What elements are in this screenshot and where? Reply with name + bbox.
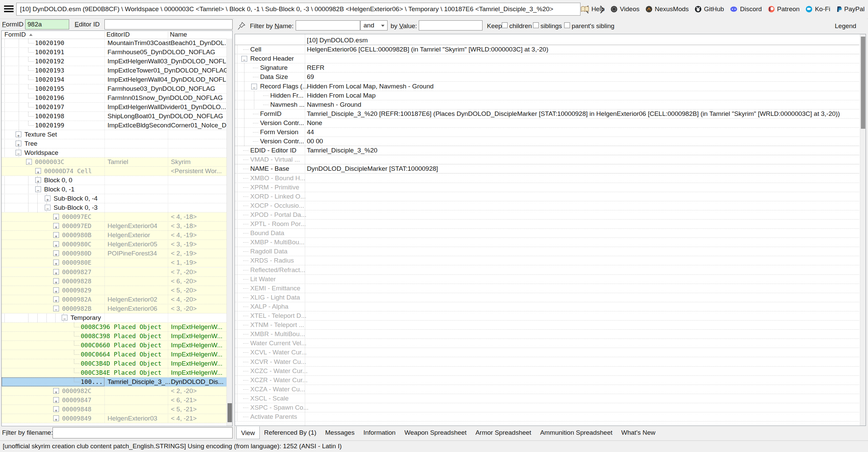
expander-plus-icon[interactable]: + <box>53 415 59 421</box>
children-checkbox[interactable] <box>502 22 508 28</box>
record-row[interactable]: XOCP - Occlusio... <box>235 201 859 210</box>
expander-minus-icon[interactable]: − <box>241 56 247 62</box>
link-nexusmods[interactable]: NexusMods <box>645 5 689 13</box>
record-row[interactable]: XSCL - Scale <box>235 394 859 403</box>
tree-row[interactable]: −Temporary <box>2 313 226 323</box>
tab-what-s-new[interactable]: What's New <box>617 426 660 439</box>
tree-row[interactable]: +00009847< 6, -21> <box>2 396 226 405</box>
record-row[interactable]: VMAD - Virtual ... <box>235 155 859 164</box>
tree-scrollbar-thumb[interactable] <box>228 403 232 422</box>
expander-plus-icon[interactable]: + <box>16 131 21 137</box>
expander-plus-icon[interactable]: + <box>35 177 41 183</box>
legend-button[interactable]: Legend <box>835 21 856 31</box>
record-row[interactable]: XPOD - Portal Da... <box>235 210 859 220</box>
tree-row[interactable]: +00000D74 Cell<Persistent Wor... <box>2 167 226 176</box>
link-discord[interactable]: Discord <box>730 5 762 13</box>
parents-sibling-checkbox[interactable] <box>564 22 570 28</box>
menu-icon[interactable] <box>4 5 14 14</box>
record-row[interactable]: −Record Header <box>235 54 859 63</box>
tab-weapon-spreadsheet[interactable]: Weapon Spreadsheet <box>400 426 471 439</box>
expander-plus-icon[interactable]: + <box>45 196 51 201</box>
record-row[interactable]: XCZC - Water Cur... <box>235 367 859 376</box>
expander-plus-icon[interactable]: + <box>53 260 59 265</box>
tree-row[interactable]: 0008C396 Placed ObjectImpExtHelgenW... <box>2 323 226 332</box>
record-row[interactable]: Water Current Vel... <box>235 339 859 348</box>
siblings-checkbox[interactable] <box>533 22 539 28</box>
expander-minus-icon[interactable]: − <box>251 84 257 89</box>
record-row[interactable]: XTEL - Teleport D... <box>235 311 859 321</box>
record-row[interactable]: XCVR - Water Cu... <box>235 357 859 367</box>
record-row[interactable]: Form Version44 <box>235 128 859 137</box>
tree-row[interactable]: +Block 0, 0 <box>2 176 226 185</box>
tab-messages[interactable]: Messages <box>321 426 359 439</box>
tab-ammunition-spreadsheet[interactable]: Ammunition Spreadsheet <box>536 426 617 439</box>
record-row[interactable]: Navmesh ...Navmesh - Ground <box>235 100 859 109</box>
tree-row[interactable]: +0000982C< 2, -20> <box>2 387 226 396</box>
tree-row[interactable]: 10020193ImpExtIceTower01_DynDOLOD_NOFLAG <box>2 66 226 75</box>
record-row[interactable]: XLIG - Light Data <box>235 293 859 302</box>
expander-plus-icon[interactable]: + <box>53 287 59 293</box>
link-kofi[interactable]: Ko-Fi <box>805 5 830 13</box>
record-row[interactable]: XORD - Linked O... <box>235 192 859 201</box>
record-row[interactable]: Hidden Fr...Hidden From Local Map <box>235 91 859 100</box>
record-row[interactable]: Activate Parents <box>235 412 859 422</box>
record-row[interactable]: SignatureREFR <box>235 63 859 73</box>
link-github[interactable]: GitHub <box>694 5 724 13</box>
tab-referenced-by-1[interactable]: Referenced By (1) <box>260 426 321 439</box>
formid-input[interactable] <box>25 19 69 29</box>
link-paypal[interactable]: PayPal <box>836 5 865 13</box>
expander-plus-icon[interactable]: + <box>53 388 59 394</box>
record-row[interactable]: XPRM - Primitive <box>235 183 859 192</box>
tree-row[interactable]: +00009827< 7, -20> <box>2 268 226 277</box>
expander-minus-icon[interactable]: − <box>26 159 32 165</box>
editorid-input[interactable] <box>104 19 233 29</box>
record-row[interactable]: Data Size69 <box>235 73 859 82</box>
record-row[interactable]: XMBP - MultiBou... <box>235 238 859 247</box>
tree-row[interactable]: 10020196FarmInn01Snow_DynDOLOD_NOFLAG <box>2 94 226 103</box>
tab-view[interactable]: View <box>236 426 260 439</box>
tree-row[interactable]: 000C3B4D Placed ObjectImpExtHelgenW... <box>2 359 226 368</box>
record-row[interactable]: FormIDTamriel_Disciple_3_%20 [REFR:10018… <box>235 109 859 119</box>
tree-row[interactable]: +Sub-Block 0, -4 <box>2 194 226 203</box>
tree-header-name[interactable]: Name <box>170 31 187 38</box>
record-row[interactable]: XMBR - MultiBou... <box>235 330 859 339</box>
tree-row-selected[interactable]: 100...Tamriel_Disciple_3_...DynDOLOD_Dis… <box>2 377 226 387</box>
tree-row[interactable]: 10020194ImpExtHelgenWall04_DynDOLOD_NOFL… <box>2 75 226 84</box>
tree-row[interactable]: 10020195Farmhouse03_DynDOLOD_NOFLAG <box>2 84 226 94</box>
record-row[interactable]: XTNM - Teleport ... <box>235 321 859 330</box>
tree-row[interactable]: 0008C398 Placed ObjectImpExtHelgenW... <box>2 332 226 341</box>
tab-information[interactable]: Information <box>359 426 400 439</box>
grid-scrollbar[interactable] <box>860 34 866 426</box>
expander-plus-icon[interactable]: + <box>53 269 59 275</box>
record-row[interactable]: XMBO - Bound H... <box>235 174 859 183</box>
tree-row[interactable]: −0000003CTamrielSkyrim <box>2 158 226 167</box>
link-help[interactable]: Help <box>580 5 605 13</box>
tab-armor-spreadsheet[interactable]: Armor Spreadsheet <box>471 426 536 439</box>
expander-minus-icon[interactable]: − <box>53 306 59 311</box>
expander-plus-icon[interactable]: + <box>53 214 59 220</box>
tree-row[interactable]: +0000982AHelgenExterior02< 4, -20> <box>2 295 226 304</box>
grid-scrollbar-thumb[interactable] <box>861 37 865 129</box>
record-row[interactable]: Version Contr...00 00 <box>235 137 859 146</box>
tree-row[interactable]: +000097EC< 4, -18> <box>2 212 226 222</box>
tree-row[interactable]: −Sub-Block 0, -3 <box>2 203 226 212</box>
tree-row[interactable]: +00009829< 5, -20> <box>2 286 226 295</box>
link-videos[interactable]: Videos <box>610 5 639 13</box>
record-row[interactable]: XRDS - Radius <box>235 256 859 265</box>
record-row[interactable]: Ragdoll Data <box>235 247 859 256</box>
tree-header-editorid[interactable]: EditorID <box>106 31 130 38</box>
record-row[interactable]: Lit Water <box>235 275 859 284</box>
tree-row[interactable]: 10020197ImpExtHelgenWallDivider01_DynDOL… <box>2 103 226 112</box>
filename-filter-input[interactable] <box>53 427 233 438</box>
tree-row[interactable]: +Tree <box>2 139 226 148</box>
record-row[interactable]: XALP - Alpha <box>235 302 859 311</box>
grid-plugin-header-row[interactable]: [10] DynDOLOD.esm <box>235 36 859 45</box>
tree-row[interactable]: 000C0660 Placed ObjectImpExtHelgenW... <box>2 341 226 350</box>
filter-name-input[interactable] <box>296 20 360 30</box>
expander-minus-icon[interactable]: − <box>16 150 21 156</box>
tree-row[interactable]: 000C3B4E Placed ObjectImpExtHelgenW... <box>2 368 226 377</box>
tree-row[interactable]: 10020191Farmhouse05_DynDOLOD_NOFLAG <box>2 48 226 57</box>
tree-row[interactable]: +00009848< 5, -21> <box>2 405 226 414</box>
record-row[interactable]: XSPC - Spawn Co... <box>235 403 859 412</box>
tree-row[interactable]: −0000982BHelgenExterior06< 3, -20> <box>2 304 226 313</box>
